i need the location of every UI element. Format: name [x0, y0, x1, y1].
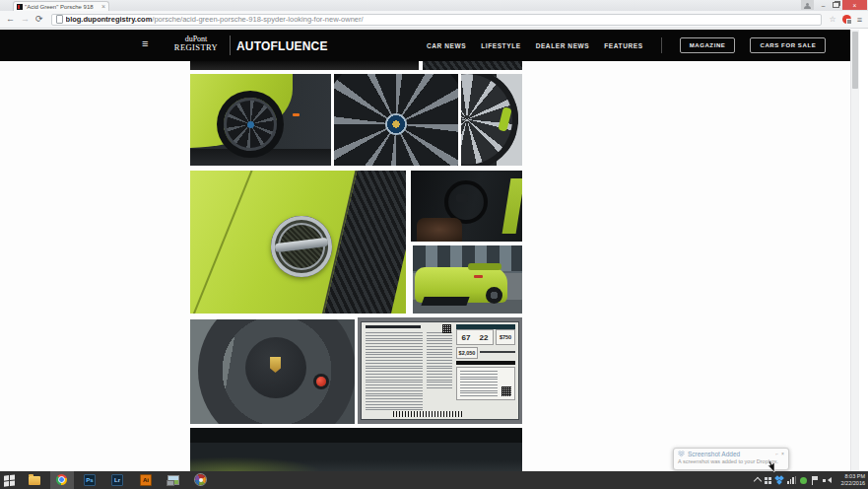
- desktop: "Acid Green" Porsche 918 × – × ← → ⟳ blo…: [0, 0, 868, 489]
- sticker-notes-lines: [460, 371, 498, 397]
- file-explorer-button[interactable]: [29, 474, 40, 486]
- gallery-photo-window-sticker[interactable]: 67 22 $750 $2,050: [358, 317, 522, 424]
- picasa-button[interactable]: [195, 474, 207, 486]
- rear-wheel: [486, 287, 502, 304]
- gallery-photo-rear-three-quarter[interactable]: [413, 245, 522, 314]
- tray-expand-icon[interactable]: [754, 477, 762, 485]
- brown-seat: [417, 218, 462, 242]
- nav-lifestyle[interactable]: LIFESTYLE: [481, 42, 520, 49]
- annual-cost-box: $2,050: [456, 347, 478, 359]
- lightroom-icon: Lr: [111, 474, 123, 486]
- sticker-qr-bottom: [501, 386, 511, 396]
- refresh-icon[interactable]: ⟳: [35, 15, 43, 24]
- tray-grid-icon[interactable]: [765, 477, 771, 484]
- notification-settings-icon[interactable]: ⌐: [775, 452, 778, 456]
- notification-title: Screenshot Added: [688, 451, 772, 457]
- window-controls: – ×: [801, 0, 867, 10]
- page-viewport: ≡ duPont REGISTRY AUTOFLUENCE CAR NEWS L…: [0, 30, 859, 471]
- gallery-photo-next-partial[interactable]: [190, 428, 522, 471]
- site-nav: CAR NEWS LIFESTYLE DEALER NEWS FEATURES …: [427, 30, 826, 61]
- clock-date: 2/22/2016: [841, 480, 865, 487]
- gallery-photo-steering-wheel[interactable]: [190, 319, 355, 424]
- scrollbar-thumb[interactable]: [852, 32, 858, 89]
- sticker-qr-top: [442, 324, 451, 333]
- browser-titlebar: "Acid Green" Porsche 918 × – ×: [0, 0, 868, 11]
- speaker-icon[interactable]: [823, 476, 831, 484]
- profile-button[interactable]: [801, 0, 814, 10]
- start-button[interactable]: [4, 474, 16, 486]
- rating-slider: [480, 351, 515, 353]
- lightroom-button[interactable]: Lr: [111, 474, 123, 486]
- magazine-button[interactable]: MAGAZINE: [680, 37, 736, 53]
- porsche-center-cap: [385, 113, 407, 135]
- tray-dropbox-icon[interactable]: [775, 476, 783, 484]
- gallery-photo-interior[interactable]: [411, 171, 522, 242]
- sticker-text-column-2: [427, 332, 452, 389]
- save-box: $750: [496, 329, 515, 345]
- chrome-icon: [56, 474, 67, 485]
- browser-toolbar: ← → ⟳ blog.dupontregistry.com/porsche/ac…: [0, 11, 868, 29]
- forward-icon[interactable]: →: [21, 15, 30, 24]
- taskbar-clock[interactable]: 8:03 PM 2/22/2016: [841, 473, 865, 486]
- green-reflection: [190, 455, 328, 471]
- gallery-photo-fuel-cap-carbon[interactable]: [190, 171, 406, 314]
- body-seam: [190, 171, 255, 314]
- gallery-photo-sliver-right[interactable]: [423, 61, 522, 70]
- url-text: blog.dupontregistry.com/porsche/acid-gre…: [66, 15, 364, 24]
- gallery-photo-sliver-left[interactable]: [190, 61, 419, 70]
- rear-diffuser: [421, 297, 469, 306]
- side-marker: [293, 113, 300, 116]
- tab-close-icon[interactable]: ×: [101, 3, 105, 10]
- sticker-title-bar: [366, 325, 421, 328]
- nav-features[interactable]: FEATURES: [604, 42, 642, 49]
- annual-fuel-cost: $2,050: [459, 350, 476, 356]
- url-bar[interactable]: blog.dupontregistry.com/porsche/acid-gre…: [51, 14, 822, 26]
- wheel-center-cap: [247, 121, 254, 128]
- mpge-value: 67: [462, 333, 471, 342]
- save-amount: $750: [500, 334, 511, 340]
- photo-viewer-button[interactable]: [167, 474, 179, 486]
- sticker-barcode: [393, 411, 464, 417]
- chrome-menu-icon[interactable]: ≡: [857, 15, 862, 25]
- restore-icon: [833, 2, 839, 8]
- sticker-text-column-1: [366, 332, 423, 411]
- sticker-notes-box: [456, 367, 515, 400]
- url-host: blog.dupontregistry.com: [66, 15, 153, 24]
- tab-title: "Acid Green" Porsche 918: [25, 4, 100, 10]
- tray-status-icon[interactable]: [800, 477, 807, 484]
- site-menu-icon[interactable]: ≡: [142, 38, 148, 49]
- system-tray: [755, 471, 831, 489]
- gallery-photo-wheel-caliper[interactable]: [461, 74, 522, 166]
- gallery-photo-wheel-closeup[interactable]: [334, 74, 458, 166]
- photo-viewer-icon: [167, 475, 179, 485]
- showroom-floor: [190, 149, 331, 166]
- cars-for-sale-button[interactable]: CARS FOR SALE: [750, 37, 826, 53]
- network-icon[interactable]: [787, 476, 796, 484]
- nav-car-news[interactable]: CAR NEWS: [427, 42, 466, 49]
- photoshop-icon: Ps: [84, 474, 96, 486]
- photoshop-button[interactable]: Ps: [84, 474, 96, 486]
- page-icon: [56, 15, 63, 24]
- folder-icon: [29, 476, 40, 485]
- nav-dealer-news[interactable]: DEALER NEWS: [536, 42, 590, 49]
- silver-wheel: [461, 74, 518, 166]
- autofluence-logo[interactable]: AUTOFLUENCE: [236, 39, 328, 53]
- action-center-flag-icon[interactable]: [811, 476, 819, 485]
- notification-close-icon[interactable]: ×: [781, 452, 784, 456]
- windows-logo-icon: [4, 474, 16, 486]
- browser-tab[interactable]: "Acid Green" Porsche 918 ×: [13, 1, 109, 11]
- url-path: /porsche/acid-green-porsche-918-spyder-l…: [152, 15, 363, 24]
- page-scrollbar[interactable]: [850, 30, 859, 471]
- gallery-photo-green-fender-wheel[interactable]: [190, 74, 331, 166]
- dupont-registry-logo[interactable]: duPont REGISTRY: [167, 35, 225, 52]
- close-button[interactable]: ×: [842, 0, 867, 10]
- bookmark-star-icon[interactable]: ☆: [830, 15, 836, 24]
- illustrator-button[interactable]: Ai: [140, 474, 152, 486]
- restore-button[interactable]: [830, 0, 842, 10]
- chrome-taskbar-button[interactable]: [56, 474, 68, 486]
- illustrator-icon: Ai: [140, 474, 152, 486]
- minimize-button[interactable]: –: [817, 0, 830, 10]
- adblock-extension-icon[interactable]: [842, 15, 851, 24]
- logo-divider: [230, 35, 231, 55]
- back-icon[interactable]: ←: [6, 15, 15, 24]
